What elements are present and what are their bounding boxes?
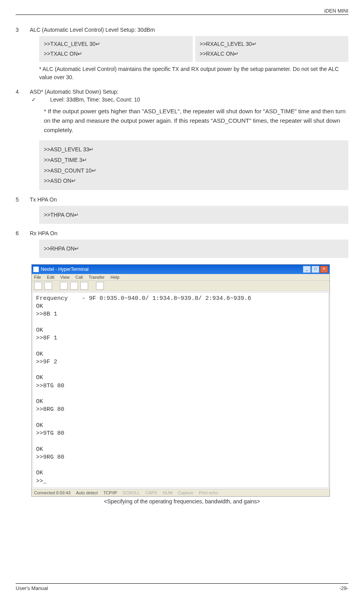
thpa-code: >>THPA ON↵ xyxy=(39,206,348,224)
step-4-title: ASD* (Automatic Shut Down) Setup: xyxy=(30,89,348,95)
status-caps: CAPS xyxy=(145,490,157,495)
toolbar xyxy=(32,281,330,291)
step-5-number: 5 xyxy=(16,196,30,203)
app-icon xyxy=(33,267,39,272)
statusbar: Connected 0:03:43 Auto detect TCP/IP SCR… xyxy=(32,489,330,496)
menu-help[interactable]: Help xyxy=(110,275,120,280)
menubar: File Edit View Call Transfer Help xyxy=(32,274,330,281)
rxalc-code: >>RXALC_LEVEL 30↵ >>RXALC ON↵ xyxy=(195,36,349,62)
window-title: Nextel - HyperTerminal xyxy=(41,267,89,272)
step-4-number: 4 xyxy=(16,89,30,95)
rxalc-line1: >>RXALC_LEVEL 30↵ xyxy=(200,39,344,49)
txalc-line2: >>TXALC ON↵ xyxy=(44,49,188,59)
asd-line3: >>ASD_COUNT 10↵ xyxy=(44,165,344,176)
txalc-line1: >>TXALC_LEVEL 30↵ xyxy=(44,39,188,49)
figure-caption: <Specifying of the operating frequencies… xyxy=(16,498,348,505)
toolbar-button-1[interactable] xyxy=(34,282,42,290)
menu-call[interactable]: Call xyxy=(76,275,83,280)
check-icon: ✓ xyxy=(31,96,50,103)
menu-file[interactable]: File xyxy=(34,275,41,280)
toolbar-button-3[interactable] xyxy=(60,282,68,290)
asd-line1: >>ASD_LEVEL 33↵ xyxy=(44,144,344,155)
menu-edit[interactable]: Edit xyxy=(47,275,54,280)
status-num: NUM xyxy=(163,490,172,495)
minimize-button[interactable]: _ xyxy=(303,266,311,273)
step-5-title: Tx HPA On xyxy=(30,196,348,203)
toolbar-separator-1 xyxy=(54,282,58,290)
asd-line4: >>ASD ON↵ xyxy=(44,176,344,186)
status-connected: Connected 0:03:43 xyxy=(34,490,71,495)
step-6-number: 6 xyxy=(16,230,30,236)
status-scroll: SCROLL xyxy=(123,490,140,495)
toolbar-separator-2 xyxy=(91,282,94,290)
toolbar-button-4[interactable] xyxy=(70,282,78,290)
step-3-number: 3 xyxy=(16,27,30,33)
terminal-output[interactable]: Frequency - 9F 0:935.0~940.0/ 1:934.8~93… xyxy=(33,292,329,488)
maximize-button[interactable]: □ xyxy=(311,266,319,273)
toolbar-button-2[interactable] xyxy=(44,282,52,290)
header-doc-title: iDEN MINI xyxy=(16,8,348,15)
toolbar-button-6[interactable] xyxy=(96,282,104,290)
rhpa-code: >>RHPA ON↵ xyxy=(39,240,348,258)
alc-note: * ALC (Automatic Level Control) maintain… xyxy=(39,65,348,82)
footer-right: -29- xyxy=(339,585,348,591)
status-detect: Auto detect xyxy=(76,490,98,495)
status-print: Print echo xyxy=(199,490,218,495)
footer-left: User's Manual xyxy=(16,585,48,591)
step-6-title: Rx HPA On xyxy=(30,230,348,236)
level-time-count: Level: 33dBm, Time: 3sec, Count: 10 xyxy=(50,96,140,103)
close-button[interactable]: × xyxy=(320,266,328,273)
status-capture: Capture xyxy=(178,490,193,495)
asd-note: * If the output power gets higher than "… xyxy=(44,107,348,135)
asd-line2: >>ASD_TIME 3↵ xyxy=(44,155,344,165)
rxalc-line2: >>RXALC ON↵ xyxy=(200,49,344,59)
window-titlebar[interactable]: Nextel - HyperTerminal _ □ × xyxy=(32,265,330,274)
hyperterminal-window: Nextel - HyperTerminal _ □ × File Edit V… xyxy=(31,264,330,497)
toolbar-button-5[interactable] xyxy=(80,282,88,290)
asd-code: >>ASD_LEVEL 33↵ >>ASD_TIME 3↵ >>ASD_COUN… xyxy=(39,140,348,190)
status-proto: TCP/IP xyxy=(103,490,117,495)
menu-transfer[interactable]: Transfer xyxy=(89,275,105,280)
menu-view[interactable]: View xyxy=(60,275,70,280)
step-3-title: ALC (Automatic Level Control) Level Setu… xyxy=(30,27,348,33)
txalc-code: >>TXALC_LEVEL 30↵ >>TXALC ON↵ xyxy=(39,36,193,62)
